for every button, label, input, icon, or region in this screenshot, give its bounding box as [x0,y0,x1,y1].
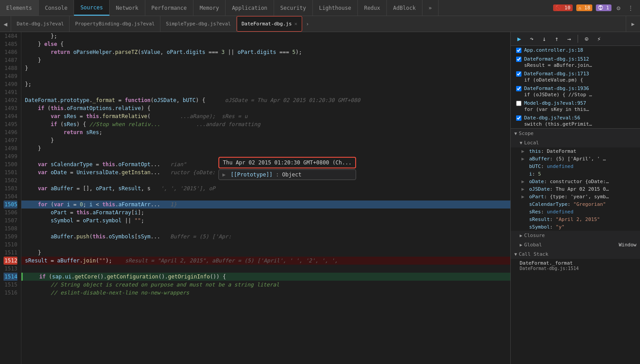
line-num-1515: 1515 [4,281,17,289]
file-tab-date-dbg[interactable]: Date-dbg.js?eval [11,16,70,32]
line-num-1485: 1485 [4,40,17,48]
line-num-1505: 1505 [4,200,17,209]
breakpoints-section: App.controller.js:18 DateFormat-dbg.js:1… [511,46,640,129]
code-line-1510 [21,241,510,249]
line-num-1499: 1499 [4,152,17,160]
global-section-header[interactable]: ▶ Global Window [511,240,640,249]
scope-item-butc[interactable]: ▶ bUTC: undefined [511,163,640,170]
file-tab-more[interactable]: › [302,16,312,32]
tooltip-overlay: Thu Apr 02 2015 01:20:30 GMT+0800 (Ch...… [218,157,356,180]
file-tab-back[interactable]: ◀ [0,16,11,32]
breakpoint-checkbox-model-957[interactable] [516,101,521,106]
settings-icon[interactable]: ⚙ [615,4,622,12]
code-line-1487: } [21,56,510,64]
code-line-1507: sSymbol = oPart.symbol || ""; [21,217,510,225]
code-line-1490: }; [21,80,510,88]
code-line-1491 [21,88,510,96]
line-num-1494: 1494 [4,112,17,120]
global-value: Window [619,242,636,248]
breakpoint-checkbox-dateformat-1512[interactable] [516,57,521,62]
code-line-1492: DateFormat.prototype._format = function(… [21,96,510,104]
tab-sources[interactable]: Sources [74,0,110,16]
code-line-1485: } else { [21,40,510,48]
scope-section-header[interactable]: ▼ Scope [511,129,640,138]
breakpoint-item-dateformat-1512[interactable]: DateFormat-dbg.js:1512 sResult = aBuffer… [511,55,640,70]
step-out-button[interactable]: ↑ [552,34,562,44]
code-line-1489 [21,72,510,80]
line-num-1492: 1492 [4,96,17,104]
code-line-1508 [21,225,510,233]
code-line-1511: } [21,249,510,257]
deactivate-breakpoints-button[interactable]: ⊙ [582,34,591,44]
tab-lighthouse[interactable]: Lighthouse [313,0,358,16]
tab-adblock[interactable]: AdBlock [387,0,423,16]
step-over-button[interactable]: ↷ [527,34,537,44]
step-into-button[interactable]: ↓ [539,34,549,44]
tab-application[interactable]: Application [226,0,274,16]
code-line-1513 [21,265,510,273]
tab-console[interactable]: Console [39,0,74,16]
dont-pause-exceptions-button[interactable]: ⚡ [594,34,604,44]
scope-item-i[interactable]: ▶ i: 5 [511,170,640,178]
breakpoint-checkbox-app-controller[interactable] [516,48,521,53]
line-num-1503: 1503 [4,184,17,192]
code-line-1496: return sRes; [21,128,510,136]
scope-item-odate[interactable]: ▶ oDate: constructor {oDate:… [511,178,640,185]
breakpoint-item-dateformat-1936[interactable]: DateFormat-dbg.js:1936 if (oJSDate) { //… [511,84,640,99]
tab-elements[interactable]: Elements [0,0,39,16]
warning-badge[interactable]: ⚠ 18 [576,4,593,11]
info-badge[interactable]: ⓵ 1 [596,4,611,11]
line-num-1495: 1495 [4,120,17,128]
local-section-header[interactable]: ▼ Local [511,138,640,147]
code-line-1516: // eslint-disable-next-line no-new-wrapp… [21,289,510,297]
breakpoint-checkbox-date-eval-56[interactable] [516,115,521,121]
line-num-1504: 1504 [4,192,17,200]
breakpoint-item-app-controller[interactable]: App.controller.js:18 [511,46,640,55]
tab-memory[interactable]: Memory [193,0,226,16]
breakpoint-item-model-957[interactable]: Model-dbg.js?eval:957 for (var sKey in t… [511,99,640,114]
breakpoint-checkbox-dateformat-1713[interactable] [516,71,521,77]
breakpoint-checkbox-dateformat-1936[interactable] [516,86,521,91]
file-tab-close-icon[interactable]: ✕ [295,21,298,27]
breakpoint-item-dateformat-1713[interactable]: DateFormat-dbg.js:1713 if (oDateValue.pm… [511,70,640,84]
tab-more[interactable]: » [423,0,439,16]
closure-section-header[interactable]: ▶ Closure [511,231,640,240]
file-tab-dateformat-active[interactable]: DateFormat-dbg.js ✕ [237,16,302,32]
tab-performance[interactable]: Performance [145,0,193,16]
main-layout: 1484 1485 1486 1487 1488 1489 1490 1491 … [0,32,640,364]
top-navigation: Elements Console Sources Network Perform… [0,0,640,16]
closure-arrow-icon: ▶ [520,233,522,238]
scope-item-scalendartype[interactable]: ▶ sCalendarType: "Gregorian" [511,200,640,208]
code-line-1503: var aBuffer = [], oPart, sResult, s ', '… [21,184,510,192]
line-num-1497: 1497 [4,136,17,144]
callstack-section-header[interactable]: ▼ Call Stack [511,249,640,259]
error-badge[interactable]: 🚫 10 [553,4,573,11]
record-icon[interactable]: ▶ [626,16,640,32]
line-num-1500: 1500 [4,160,17,168]
more-icon[interactable]: ⋮ [626,4,636,12]
file-tab-property-binding[interactable]: PropertyBinding-dbg.js?eval [70,16,160,32]
breakpoints-list: App.controller.js:18 DateFormat-dbg.js:1… [511,46,640,128]
code-line-1497: } [21,136,510,144]
code-content[interactable]: }; } else { return oParseHelper.parseTZ(… [21,32,510,364]
scope-item-sres[interactable]: ▶ sRes: undefined [511,208,640,216]
file-tab-simpletype[interactable]: SimpleType-dbg.js?eval [160,16,237,32]
tab-network[interactable]: Network [110,0,145,16]
code-line-1486: return oParseHelper.parseTZ(sValue, oPar… [21,48,510,56]
pause-resume-button[interactable]: ▶ [514,34,524,44]
step-button[interactable]: → [564,34,574,44]
scope-item-sresult[interactable]: ▶ sResult: "April 2, 2015" [511,216,640,223]
code-line-1494: var sRes = this.formatRelative( ...aRang… [21,112,510,120]
tab-security[interactable]: Security [274,0,313,16]
callstack-item-dateformat-format[interactable]: DateFormat._format DateFormat-dbg.js:151… [511,259,640,272]
scope-item-opart[interactable]: ▶ oPart: {type: 'year', symb… [511,193,640,200]
scope-item-abuffer[interactable]: ▶ aBuffer: (5) ['April', ' … [511,155,640,163]
scope-item-this[interactable]: ▶ this: DateFormat [511,147,640,155]
scope-item-ojsdate[interactable]: ▶ oJSDate: Thu Apr 02 2015 0… [511,185,640,193]
line-num-1502: 1502 [4,176,17,184]
breakpoint-item-date-eval-56[interactable]: Date-dbg.js?eval:56 switch (this.getPrim… [511,114,640,128]
tab-redux[interactable]: Redux [358,0,387,16]
scope-item-ssymbol[interactable]: ▶ sSymbol: "y" [511,223,640,231]
tooltip-value-box: Thu Apr 02 2015 01:20:30 GMT+0800 (Ch... [218,157,356,168]
code-line-1498: } [21,144,510,152]
